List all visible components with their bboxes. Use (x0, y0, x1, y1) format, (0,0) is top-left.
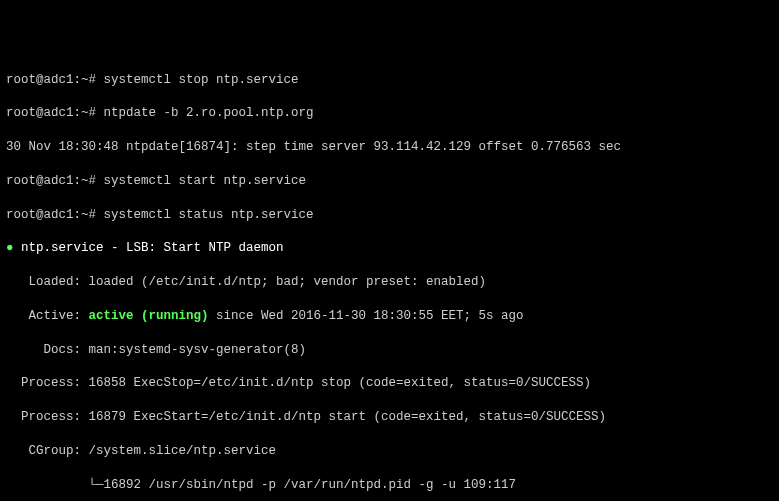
active-rest: since Wed 2016-11-30 18:30:55 EET; 5s ag… (209, 309, 524, 323)
prompt: root@adc1:~# (6, 208, 96, 222)
active-label: Active: (6, 309, 89, 323)
output-ntpdate: 30 Nov 18:30:48 ntpdate[16874]: step tim… (6, 139, 773, 156)
loaded-line: Loaded: loaded (/etc/init.d/ntp; bad; ve… (6, 274, 773, 291)
cgroup-child-line: └─16892 /usr/sbin/ntpd -p /var/run/ntpd.… (6, 477, 773, 494)
command-stop: systemctl stop ntp.service (104, 73, 299, 87)
docs-line: Docs: man:systemd-sysv-generator(8) (6, 342, 773, 359)
process-stop-line: Process: 16858 ExecStop=/etc/init.d/ntp … (6, 375, 773, 392)
status-bullet-icon: ● (6, 241, 14, 255)
active-value: active (running) (89, 309, 209, 323)
prompt: root@adc1:~# (6, 106, 96, 120)
prompt: root@adc1:~# (6, 73, 96, 87)
process-start-line: Process: 16879 ExecStart=/etc/init.d/ntp… (6, 409, 773, 426)
service-title: ntp.service - LSB: Start NTP daemon (21, 241, 284, 255)
prompt: root@adc1:~# (6, 174, 96, 188)
cgroup-line: CGroup: /system.slice/ntp.service (6, 443, 773, 460)
command-ntpdate: ntpdate -b 2.ro.pool.ntp.org (104, 106, 314, 120)
command-start: systemctl start ntp.service (104, 174, 307, 188)
command-status: systemctl status ntp.service (104, 208, 314, 222)
